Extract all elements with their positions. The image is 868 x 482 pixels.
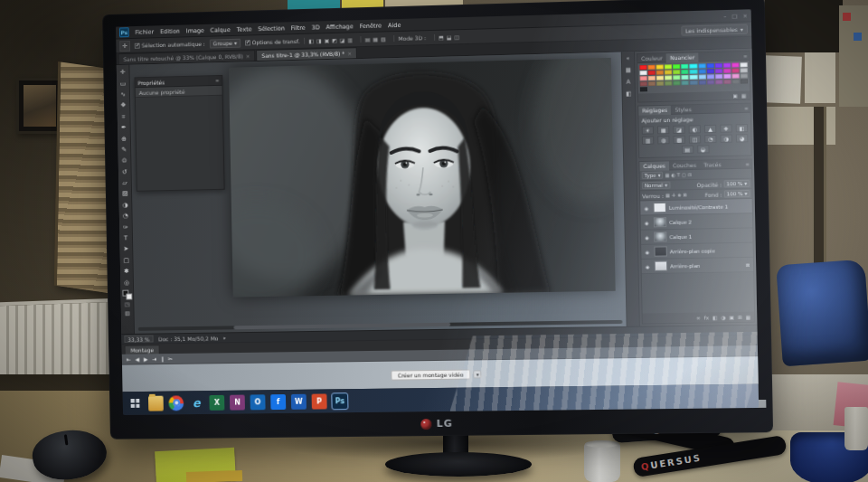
panel-menu-icon[interactable]: ≡ xyxy=(745,161,749,166)
layer-filter-icon[interactable]: ◐ xyxy=(671,172,675,177)
menu-item[interactable]: Sélection xyxy=(258,24,285,33)
color-swatch[interactable] xyxy=(681,64,688,69)
mode-3d-icon[interactable]: ⬓ xyxy=(447,33,452,40)
timeline-dropdown-icon[interactable]: ▾ xyxy=(474,370,482,378)
tab-traces[interactable]: Tracés xyxy=(700,160,725,170)
color-swatch[interactable] xyxy=(665,70,672,74)
color-swatch[interactable] xyxy=(640,87,647,91)
align-icon[interactable]: ◩ xyxy=(332,37,337,43)
tab-nuancier[interactable]: Nuancier xyxy=(666,52,699,62)
color-swatch[interactable] xyxy=(682,70,689,74)
color-swatch[interactable] xyxy=(731,80,739,84)
adjustment-icon[interactable]: ❖ xyxy=(720,124,731,132)
transform-controls-checkbox[interactable]: ✓ Options de transf. xyxy=(245,38,300,46)
color-swatch[interactable] xyxy=(706,69,713,73)
adjustment-icon[interactable]: ▦ xyxy=(657,126,669,134)
color-swatch[interactable] xyxy=(698,63,705,68)
minimize-icon[interactable]: – xyxy=(723,13,726,19)
menu-item[interactable]: Affichage xyxy=(326,23,353,31)
swatches-footer-button[interactable]: ▦ xyxy=(741,92,746,98)
transport-button[interactable]: ✂ xyxy=(168,355,173,362)
tab-couleur[interactable]: Couleur xyxy=(637,53,666,63)
taskbar-icon-onenote[interactable]: N xyxy=(230,394,245,410)
quick-selection-tool[interactable]: ❖ xyxy=(118,99,130,111)
menu-item[interactable]: Texte xyxy=(237,25,252,33)
adjustment-icon[interactable]: ☀ xyxy=(642,126,654,134)
transport-button[interactable]: ▶ xyxy=(144,355,148,362)
layer-name[interactable]: Luminosité/Contraste 1 xyxy=(669,203,741,211)
marquee-tool[interactable]: ▭ xyxy=(117,78,129,90)
menu-item[interactable]: Fichier xyxy=(135,28,154,35)
color-swatch[interactable] xyxy=(682,75,689,80)
taskbar-icon-word[interactable]: W xyxy=(291,393,307,409)
color-swatch[interactable] xyxy=(656,81,664,86)
adjustment-icon[interactable]: ◑ xyxy=(720,135,731,143)
color-swatch[interactable] xyxy=(715,80,722,84)
lasso-tool[interactable]: ∿ xyxy=(117,89,129,100)
background-color-chip[interactable] xyxy=(126,293,132,299)
pen-tool[interactable]: ✑ xyxy=(119,222,132,232)
align-icon[interactable]: ◪ xyxy=(340,37,345,43)
history-brush-tool[interactable]: ↺ xyxy=(118,166,131,178)
close-icon[interactable]: × xyxy=(742,12,747,18)
layer-filter-icon[interactable]: ▢ xyxy=(682,172,686,177)
mode-3d-icon[interactable]: ⬒ xyxy=(439,34,444,41)
auto-select-checkbox[interactable]: ✓ Sélection automatique : xyxy=(135,41,205,49)
menu-item[interactable]: Calque xyxy=(211,26,231,34)
adjustment-icon[interactable]: ▥ xyxy=(642,136,654,144)
menu-item[interactable]: Edition xyxy=(160,27,180,35)
color-swatch[interactable] xyxy=(731,68,739,72)
layers-footer-button[interactable]: ◧ xyxy=(712,315,717,320)
color-swatch[interactable] xyxy=(639,65,646,70)
taskbar-icon-outlook[interactable]: O xyxy=(250,394,266,410)
align-icon[interactable]: ▥ xyxy=(347,36,353,43)
quick-mask-button[interactable]: ◳ xyxy=(125,299,130,308)
layer-thumbnail[interactable] xyxy=(654,232,666,241)
tab-styles[interactable]: Styles xyxy=(671,105,695,115)
restore-icon[interactable]: □ xyxy=(732,13,738,19)
color-swatch[interactable] xyxy=(673,64,680,69)
shape-tool[interactable]: ▢ xyxy=(120,255,133,266)
status-arrow-icon[interactable]: ▸ xyxy=(223,335,226,340)
move-tool[interactable]: ✛ xyxy=(117,67,129,79)
lock-icon[interactable]: ▦ xyxy=(665,193,670,198)
layers-footer-button[interactable]: ◑ xyxy=(721,315,725,320)
taskbar-icon-photoshop[interactable]: Ps xyxy=(332,393,347,409)
transport-button[interactable]: ◀ xyxy=(135,356,139,363)
color-swatch[interactable] xyxy=(706,63,713,68)
color-swatch[interactable] xyxy=(723,74,731,79)
color-swatch[interactable] xyxy=(648,81,656,86)
start-button[interactable] xyxy=(127,395,144,411)
tab-close-icon[interactable]: × xyxy=(347,50,352,56)
transport-button[interactable]: ∥ xyxy=(161,355,164,362)
color-swatch[interactable] xyxy=(656,64,664,69)
path-selection-tool[interactable]: ➤ xyxy=(120,243,133,254)
hand-tool[interactable]: ✱ xyxy=(120,266,133,277)
color-swatch[interactable] xyxy=(640,76,647,80)
align-icon[interactable]: ◧ xyxy=(308,38,314,44)
lock-icon[interactable]: ⊕ xyxy=(677,192,681,197)
taskbar-icon-chrome[interactable] xyxy=(168,395,184,411)
adjustment-icon[interactable]: ◍ xyxy=(657,136,669,144)
adjustment-icon[interactable]: ◔ xyxy=(704,135,716,143)
collapsed-panel-icon[interactable]: ▦ xyxy=(626,66,631,73)
color-swatch[interactable] xyxy=(698,69,705,73)
color-swatch[interactable] xyxy=(741,68,748,72)
eyedropper-tool[interactable]: ✒ xyxy=(118,122,130,134)
visibility-eye-icon[interactable]: ◉ xyxy=(643,234,651,240)
layer-filter-icon[interactable]: ⊡ xyxy=(688,172,692,177)
distribute-icon[interactable]: ▦ xyxy=(373,36,378,43)
foreground-background-colors[interactable] xyxy=(122,289,132,299)
panel-menu-icon[interactable]: ≡ xyxy=(743,52,747,58)
tab-calques[interactable]: Calques xyxy=(639,161,669,171)
layer-filter-icon[interactable]: T xyxy=(677,172,680,177)
color-swatch[interactable] xyxy=(707,74,714,79)
color-swatch[interactable] xyxy=(690,80,697,85)
color-swatch[interactable] xyxy=(682,80,689,85)
color-swatch[interactable] xyxy=(656,71,664,75)
fill-dropdown[interactable]: 100 % ▾ xyxy=(723,190,750,198)
eraser-tool[interactable]: ▱ xyxy=(118,177,131,189)
color-swatch[interactable] xyxy=(674,80,681,85)
adjustment-icon[interactable]: ▩ xyxy=(673,136,684,144)
transport-button[interactable]: ⇥ xyxy=(152,355,156,362)
